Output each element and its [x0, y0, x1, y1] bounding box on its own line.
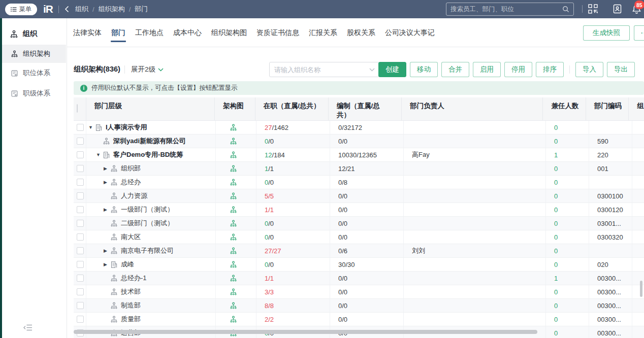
global-search[interactable] [446, 3, 574, 16]
department-name[interactable]: 制造部 [121, 301, 141, 310]
expand-level-dropdown[interactable]: 展开2级 [131, 65, 164, 74]
department-name[interactable]: 成峰 [121, 260, 134, 269]
menu-button[interactable]: 菜单 [5, 4, 37, 15]
row-checkbox[interactable] [77, 275, 84, 282]
org-chart-icon[interactable] [230, 316, 237, 323]
org-chart-icon[interactable] [230, 233, 237, 241]
org-name-search[interactable] [269, 62, 380, 77]
table-row[interactable]: 质量部2/20/0000300... [74, 313, 644, 326]
org-chart-icon[interactable] [230, 138, 237, 145]
department-name[interactable]: 总经办-1 [121, 274, 147, 283]
sort-button[interactable]: 排序 [536, 62, 564, 77]
global-search-input[interactable] [450, 6, 562, 13]
department-name[interactable]: 总经办 [121, 178, 141, 187]
row-checkbox[interactable] [77, 151, 84, 158]
department-name[interactable]: 技术部 [121, 287, 141, 296]
row-checkbox[interactable] [77, 192, 84, 199]
row-checkbox[interactable] [77, 288, 84, 295]
org-chart-icon[interactable] [230, 192, 237, 200]
department-name[interactable]: 客户Demo专用-BD统筹 [113, 150, 183, 159]
tab-0[interactable]: 法律实体 [73, 18, 102, 47]
tab-2[interactable]: 工作地点 [135, 18, 164, 47]
vertical-scrollbar[interactable] [640, 281, 642, 297]
row-checkbox[interactable] [77, 124, 84, 131]
more-actions-button[interactable]: ⋯ [634, 25, 644, 41]
org-chart-icon[interactable] [230, 220, 237, 227]
table-row[interactable]: ▶一级部门（测试）1/10/000300120 [74, 203, 644, 217]
org-chart-icon[interactable] [230, 151, 237, 159]
table-row[interactable]: 南大区0/00/000300320 [74, 230, 644, 244]
breadcrumb-item[interactable]: 组织 [75, 5, 88, 14]
disable-button[interactable]: 停用 [504, 62, 532, 77]
back-chevron-icon[interactable] [65, 6, 69, 13]
department-name[interactable]: 质量部 [121, 315, 141, 324]
department-name[interactable]: I人事演示专用 [106, 123, 147, 132]
department-name[interactable]: 一级部门（测试） [121, 205, 174, 214]
tab-7[interactable]: 股权关系 [347, 18, 375, 47]
org-chart-icon[interactable] [230, 206, 237, 214]
org-chart-icon[interactable] [230, 165, 237, 173]
table-row[interactable]: 制造部8/80/0000300... [74, 299, 644, 313]
row-checkbox[interactable] [77, 165, 84, 172]
table-row[interactable]: 深圳yadi新能源有限公司0/00/00590 [74, 134, 644, 148]
tab-1[interactable]: 部门 [111, 18, 125, 47]
breadcrumb-item[interactable]: 部门 [135, 5, 148, 14]
sidebar-module-title[interactable]: 组织 [2, 25, 66, 43]
org-chart-icon[interactable] [230, 261, 237, 268]
org-name-search-input[interactable] [274, 66, 369, 74]
table-row[interactable]: ▶南京电子有限公司27/270/6刘刘0 [74, 244, 644, 258]
sidebar-item-rank-doc[interactable]: 职级体系 [2, 84, 66, 103]
export-button[interactable]: 导出 [607, 62, 635, 77]
tab-8[interactable]: 公司决议大事记 [385, 18, 435, 47]
row-checkbox[interactable] [77, 261, 84, 268]
department-name[interactable]: 二级部门（测试） [121, 219, 174, 228]
tree-caret-icon[interactable]: ▶ [104, 248, 110, 253]
table-row[interactable]: ▼I人事演示专用27/14620/321720 [74, 121, 644, 134]
horizontal-scrollbar[interactable] [74, 330, 537, 334]
tab-4[interactable]: 组织架构图 [211, 18, 247, 47]
row-checkbox[interactable] [77, 316, 84, 323]
table-row[interactable]: ▼客户Demo专用-BD统筹12/18410030/12365高Fay1220 [74, 148, 644, 162]
org-chart-icon[interactable] [230, 302, 237, 310]
tree-caret-icon[interactable]: ▼ [96, 152, 103, 157]
contacts-icon[interactable] [613, 4, 622, 16]
tab-6[interactable]: 汇报关系 [309, 18, 337, 47]
table-row[interactable]: ▶组织部1/112/210001 [74, 162, 644, 176]
org-chart-icon[interactable] [230, 288, 237, 296]
tab-3[interactable]: 成本中心 [173, 18, 202, 47]
collapse-sidebar-icon[interactable] [23, 324, 33, 333]
tree-caret-icon[interactable]: ▶ [104, 262, 110, 267]
row-checkbox[interactable] [77, 220, 84, 227]
tree-caret-icon[interactable]: ▼ [88, 125, 95, 130]
generate-snapshot-button[interactable]: 生成快照 [583, 25, 630, 41]
merge-button[interactable]: 合并 [441, 62, 469, 77]
table-row[interactable]: 总经办-11/10/0100300... [74, 272, 644, 285]
department-name[interactable]: 南京电子有限公司 [121, 246, 174, 255]
tree-caret-icon[interactable]: ▶ [104, 166, 110, 171]
select-all-checkbox[interactable] [77, 104, 78, 113]
qr-code-icon[interactable] [588, 4, 598, 16]
enable-button[interactable]: 启用 [473, 62, 501, 77]
org-chart-icon[interactable] [230, 179, 237, 186]
move-button[interactable]: 移动 [410, 62, 438, 77]
department-name[interactable]: 人力资源 [121, 191, 147, 200]
department-name[interactable]: 组织部 [121, 164, 141, 173]
tab-5[interactable]: 资质证书信息 [256, 18, 299, 47]
row-checkbox[interactable] [77, 179, 84, 186]
import-button[interactable]: 导入 [575, 62, 603, 77]
tree-caret-icon[interactable]: ▶ [104, 180, 110, 185]
table-row[interactable]: ▶成峰0/030/300020 [74, 258, 644, 272]
create-button[interactable]: 创建 [378, 62, 406, 77]
department-name[interactable]: 深圳yadi新能源有限公司 [113, 137, 186, 146]
row-checkbox[interactable] [77, 233, 84, 241]
row-checkbox[interactable] [77, 302, 84, 309]
tree-caret-icon[interactable]: ▶ [104, 207, 110, 212]
row-checkbox[interactable] [77, 138, 84, 145]
org-chart-icon[interactable] [230, 275, 237, 282]
department-name[interactable]: 南大区 [121, 232, 141, 242]
breadcrumb-item[interactable]: 组织架构 [99, 5, 125, 14]
org-chart-icon[interactable] [230, 247, 237, 255]
table-row[interactable]: ▶总经办0/00/80 [74, 176, 644, 189]
table-row[interactable]: 人力资源5/50/000300100 [74, 189, 644, 203]
sidebar-item-position-doc[interactable]: 职位体系 [2, 64, 66, 82]
